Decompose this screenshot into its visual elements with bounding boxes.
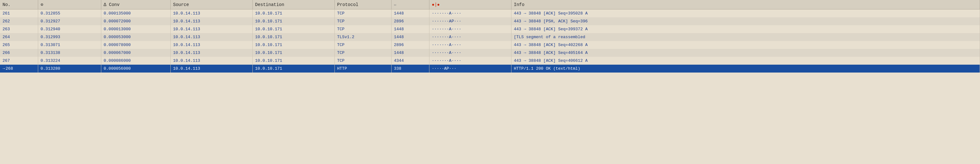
cell-proto: TCP — [334, 18, 391, 25]
cell-no: 267 — [0, 57, 38, 65]
cell-time: 0.313224 — [38, 57, 101, 65]
cell-proto: TCP — [334, 41, 391, 49]
cell-flags: ·······A···· — [429, 33, 511, 41]
cell-no: 261 — [0, 10, 38, 18]
header-flags[interactable]: ●|● — [429, 0, 511, 10]
cell-time: 0.312855 — [38, 10, 101, 18]
cell-dconv: 0.000067000 — [101, 49, 170, 57]
packet-list: No. ⊙ Δ Conv Source Destination Protocol… — [0, 0, 980, 164]
cell-dst: 10.0.10.171 — [252, 41, 334, 49]
cell-len: 4344 — [391, 57, 429, 65]
cell-flags: ·······A···· — [429, 57, 511, 65]
cell-proto: TCP — [334, 57, 391, 65]
cell-time: 0.312927 — [38, 18, 101, 25]
table-row[interactable]: 2630.3129400.00001300010.0.14.11310.0.10… — [0, 25, 980, 33]
table-row[interactable]: 2650.3130710.00007800010.0.14.11310.0.10… — [0, 41, 980, 49]
cell-src: 10.0.14.113 — [170, 49, 252, 57]
table-row[interactable]: 2640.3129930.00005300010.0.14.11310.0.10… — [0, 33, 980, 41]
cell-no: 265 — [0, 41, 38, 49]
header-no[interactable]: No. — [0, 0, 38, 10]
selected-arrow-icon: → — [3, 66, 5, 71]
cell-proto: HTTP — [334, 65, 391, 73]
cell-info: 443 → 38848 [ACK] Seq=406612 A — [511, 57, 980, 65]
cell-no: 264 — [0, 33, 38, 41]
cell-proto: TCP — [334, 25, 391, 33]
cell-info: HTTP/1.1 200 OK (text/html) — [511, 65, 980, 73]
cell-info: 443 → 38848 [PSH, ACK] Seq=396 — [511, 18, 980, 25]
table-header: No. ⊙ Δ Conv Source Destination Protocol… — [0, 0, 980, 10]
cell-time: 0.313138 — [38, 49, 101, 57]
cell-dconv: 0.000056000 — [101, 65, 170, 73]
cell-no: 266 — [0, 49, 38, 57]
cell-dconv: 0.000078000 — [101, 41, 170, 49]
cell-info: 443 → 38848 [ACK] Seq=402268 A — [511, 41, 980, 49]
cell-src: 10.0.14.113 — [170, 33, 252, 41]
cell-no: →268 — [0, 65, 38, 73]
cell-dconv: 0.000086000 — [101, 57, 170, 65]
cell-flags: ·······A···· — [429, 10, 511, 18]
cell-dst: 10.0.10.171 — [252, 25, 334, 33]
header-src[interactable]: Source — [170, 0, 252, 10]
header-time[interactable]: ⊙ — [38, 0, 101, 10]
cell-time: 0.313071 — [38, 41, 101, 49]
cell-dst: 10.0.10.171 — [252, 10, 334, 18]
cell-flags: ·······A···· — [429, 49, 511, 57]
cell-proto: TCP — [334, 10, 391, 18]
cell-dst: 10.0.10.171 — [252, 57, 334, 65]
header-proto[interactable]: Protocol — [334, 0, 391, 10]
cell-info: 443 → 38848 [ACK] Seq=395028 A — [511, 10, 980, 18]
cell-no: 263 — [0, 25, 38, 33]
cell-time: 0.312940 — [38, 25, 101, 33]
table-row[interactable]: 2670.3132240.00008600010.0.14.11310.0.10… — [0, 57, 980, 65]
cell-no: 262 — [0, 18, 38, 25]
cell-flags: ·····AP··· — [429, 65, 511, 73]
header-dst[interactable]: Destination — [252, 0, 334, 10]
cell-len: 2896 — [391, 18, 429, 25]
cell-len: 1448 — [391, 25, 429, 33]
cell-dconv: 0.000135000 — [101, 10, 170, 18]
cell-src: 10.0.14.113 — [170, 18, 252, 25]
cell-src: 10.0.14.113 — [170, 57, 252, 65]
cell-dst: 10.0.10.171 — [252, 33, 334, 41]
cell-dst: 10.0.10.171 — [252, 65, 334, 73]
cell-flags: ·······A···· — [429, 25, 511, 33]
cell-dst: 10.0.10.171 — [252, 49, 334, 57]
cell-proto: TLSv1.2 — [334, 33, 391, 41]
cell-src: 10.0.14.113 — [170, 10, 252, 18]
table-row[interactable]: 2610.3128550.00013500010.0.14.11310.0.10… — [0, 10, 980, 18]
cell-dst: 10.0.10.171 — [252, 18, 334, 25]
cell-time: 0.312993 — [38, 33, 101, 41]
cell-dconv: 0.000072000 — [101, 18, 170, 25]
cell-info: 443 → 38848 [ACK] Seq=399372 A — [511, 25, 980, 33]
cell-time: 0.313280 — [38, 65, 101, 73]
header-info[interactable]: Info — [511, 0, 980, 10]
cell-flags: ·······A···· — [429, 41, 511, 49]
flags-icon: ●|● — [432, 2, 440, 7]
table-row[interactable]: 2620.3129270.00007200010.0.14.11310.0.10… — [0, 18, 980, 25]
pencil-icon: ✏ — [394, 2, 397, 7]
cell-info: 443 → 38848 [ACK] Seq=405164 A — [511, 49, 980, 57]
cell-dconv: 0.000053000 — [101, 33, 170, 41]
cell-len: 338 — [391, 65, 429, 73]
table-row[interactable]: →2680.3132800.00005600010.0.14.11310.0.1… — [0, 65, 980, 73]
cell-len: 1448 — [391, 10, 429, 18]
table-row[interactable]: 2660.3131380.00006700010.0.14.11310.0.10… — [0, 49, 980, 57]
cell-info: [TLS segment of a reassembled — [511, 33, 980, 41]
cell-len: 2896 — [391, 41, 429, 49]
cell-src: 10.0.14.113 — [170, 65, 252, 73]
cell-len: 1448 — [391, 33, 429, 41]
cell-dconv: 0.000013000 — [101, 25, 170, 33]
cell-flags: ·······AP··· — [429, 18, 511, 25]
cell-len: 1448 — [391, 49, 429, 57]
cell-proto: TCP — [334, 49, 391, 57]
cell-src: 10.0.14.113 — [170, 41, 252, 49]
header-len[interactable]: ✏ — [391, 0, 429, 10]
cell-src: 10.0.14.113 — [170, 25, 252, 33]
header-dconv[interactable]: Δ Conv — [101, 0, 170, 10]
